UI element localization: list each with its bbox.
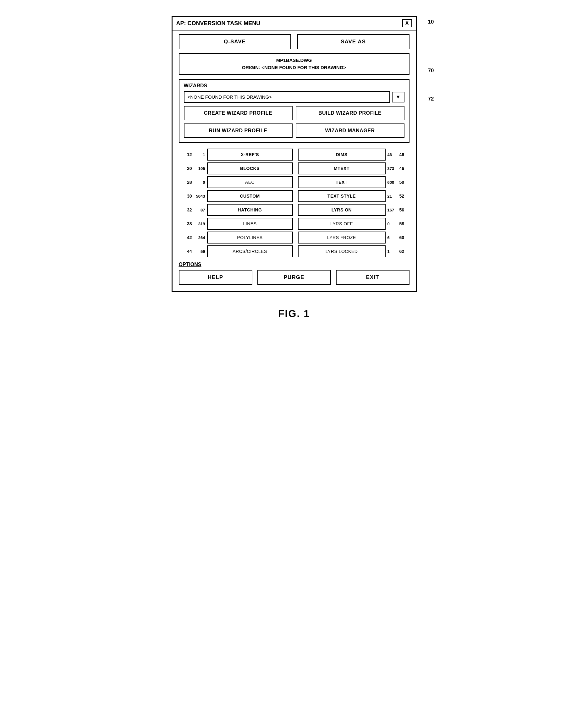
right-btn-6[interactable]: LYRS FROZE — [298, 232, 386, 243]
left-ann-4: 32 — [179, 207, 194, 212]
item-row-7: 4459ARCS/CIRCLESLYRS LOCKED162 — [179, 245, 409, 257]
left-count-2: 0 — [194, 180, 205, 185]
left-ann-7: 44 — [179, 249, 194, 254]
left-btn-3[interactable]: CUSTOM — [207, 190, 293, 202]
right-ann-4: 56 — [397, 207, 409, 212]
right-ann-1: 46 — [397, 166, 409, 171]
wizards-section: WIZARDS <NONE FOUND FOR THIS DRAWING> ▼ … — [179, 79, 409, 143]
dialog-title: AP: CONVERSION TASK MENU — [176, 20, 261, 27]
right-ann-6: 60 — [397, 235, 409, 240]
left-btn-5[interactable]: LINES — [207, 218, 293, 230]
wizard-dropdown-row: <NONE FOUND FOR THIS DRAWING> ▼ — [184, 91, 404, 103]
ann-10: 10 — [428, 19, 434, 25]
left-count-7: 59 — [194, 249, 205, 254]
right-btn-4[interactable]: LYRS ON — [298, 204, 386, 216]
right-ann-0: 46 — [397, 152, 409, 157]
left-count-0: 1 — [194, 152, 205, 157]
left-btn-2[interactable]: AEC — [207, 176, 293, 188]
item-row-4: 3287HATCHINGLYRS ON16756 — [179, 204, 409, 216]
left-btn-4[interactable]: HATCHING — [207, 204, 293, 216]
right-count-1: 373 — [388, 166, 397, 171]
right-btn-2[interactable]: TEXT — [298, 176, 386, 188]
item-row-0: 121X-REF'SDIMS4646 — [179, 149, 409, 161]
right-count-0: 46 — [388, 152, 397, 157]
left-btn-7[interactable]: ARCS/CIRCLES — [207, 245, 293, 257]
origin-line1: MP1BASE.DWG — [183, 57, 406, 64]
left-btn-6[interactable]: POLYLINES — [207, 232, 293, 243]
left-count-5: 319 — [194, 222, 205, 226]
right-count-6: 6 — [388, 235, 397, 240]
right-btn-3[interactable]: TEXT STYLE — [298, 190, 386, 202]
left-btn-0[interactable]: X-REF'S — [207, 149, 293, 161]
left-ann-5: 38 — [179, 221, 194, 226]
left-btn-1[interactable]: BLOCKS — [207, 162, 293, 174]
item-row-6: 42264POLYLINESLYRS FROZE660 — [179, 232, 409, 243]
options-buttons: HELP PURGE EXIT — [179, 270, 409, 285]
right-count-5: 0 — [388, 222, 397, 226]
exit-button[interactable]: EXIT — [336, 270, 409, 285]
left-ann-2: 28 — [179, 180, 194, 185]
ann-70: 70 — [428, 68, 434, 74]
right-ann-7: 62 — [397, 249, 409, 254]
items-area: 121X-REF'SDIMS464620105BLOCKSMTEXT373462… — [179, 149, 409, 257]
right-count-3: 21 — [388, 194, 397, 199]
right-ann-3: 52 — [397, 194, 409, 199]
create-wizard-button[interactable]: CREATE WIZARD PROFILE — [184, 106, 292, 120]
origin-line2: ORIGIN: <NONE FOUND FOR THIS DRAWING> — [183, 64, 406, 71]
wizard-manager-button[interactable]: WIZARD MANAGER — [296, 123, 404, 138]
dialog-titlebar: AP: CONVERSION TASK MENU X — [172, 17, 416, 31]
left-ann-1: 20 — [179, 166, 194, 171]
left-ann-3: 30 — [179, 194, 194, 199]
fig-label: FIG. 1 — [278, 308, 310, 319]
build-wizard-button[interactable]: BUILD WIZARD PROFILE — [296, 106, 404, 120]
item-row-1: 20105BLOCKSMTEXT37346 — [179, 162, 409, 174]
right-btn-7[interactable]: LYRS LOCKED — [298, 245, 386, 257]
qsave-button[interactable]: Q-SAVE — [179, 34, 291, 49]
left-count-4: 87 — [194, 208, 205, 212]
main-dialog: AP: CONVERSION TASK MENU X Q-SAVE SAVE A… — [171, 16, 417, 292]
left-ann-0: 12 — [179, 152, 194, 157]
wizard-dropdown[interactable]: <NONE FOUND FOR THIS DRAWING> — [184, 91, 390, 103]
wizard-buttons: CREATE WIZARD PROFILE BUILD WIZARD PROFI… — [184, 106, 404, 138]
ann-72: 72 — [428, 96, 434, 102]
right-ann-2: 50 — [397, 180, 409, 185]
close-button[interactable]: X — [402, 19, 412, 27]
right-count-4: 167 — [388, 208, 397, 212]
left-count-6: 264 — [194, 235, 205, 240]
right-count-2: 600 — [388, 180, 397, 185]
right-btn-0[interactable]: DIMS — [298, 149, 386, 161]
item-row-3: 305043CUSTOMTEXT STYLE2152 — [179, 190, 409, 202]
dropdown-arrow-button[interactable]: ▼ — [392, 92, 404, 103]
item-row-2: 280AECTEXT60050 — [179, 176, 409, 188]
left-count-3: 5043 — [194, 194, 205, 199]
saveas-button[interactable]: SAVE AS — [297, 34, 409, 49]
options-section: OPTIONS HELP PURGE EXIT — [179, 262, 409, 285]
wizards-label: WIZARDS — [184, 83, 404, 89]
help-button[interactable]: HELP — [179, 270, 252, 285]
right-count-7: 1 — [388, 249, 397, 254]
left-ann-6: 42 — [179, 235, 194, 240]
item-row-5: 38319LINESLYRS OFF058 — [179, 218, 409, 230]
right-btn-1[interactable]: MTEXT — [298, 162, 386, 174]
options-label: OPTIONS — [179, 262, 409, 267]
right-btn-5[interactable]: LYRS OFF — [298, 218, 386, 230]
run-wizard-button[interactable]: RUN WIZARD PROFILE — [184, 123, 292, 138]
purge-button[interactable]: PURGE — [258, 270, 331, 285]
right-ann-5: 58 — [397, 221, 409, 226]
top-buttons-row: Q-SAVE SAVE AS — [179, 34, 409, 49]
left-count-1: 105 — [194, 166, 205, 171]
origin-box: MP1BASE.DWG ORIGIN: <NONE FOUND FOR THIS… — [179, 53, 409, 75]
